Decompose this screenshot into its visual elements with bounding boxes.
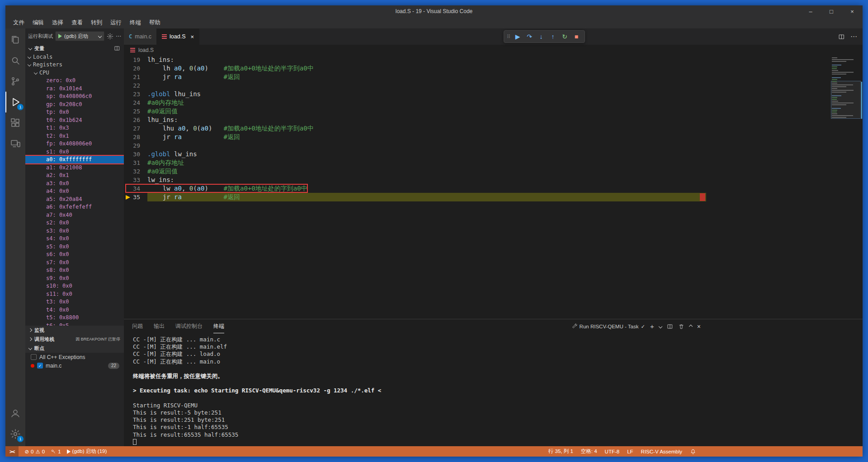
continue-button[interactable]: ▶ [512,31,523,42]
new-terminal-button[interactable]: + [650,322,654,330]
gear-icon[interactable] [107,33,113,40]
stop-button[interactable]: ■ [571,31,582,42]
register-s6[interactable]: s6: 0x0 [25,251,124,259]
menu-item[interactable]: 运行 [106,19,126,27]
register-t5[interactable]: t5: 0x8800 [25,314,124,322]
register-s4[interactable]: s4: 0x0 [25,235,124,243]
tab-main-c[interactable]: Cmain.c [124,28,157,45]
register-s7[interactable]: s7: 0x0 [25,258,124,266]
breadcrumb[interactable]: load.S [124,45,863,56]
launch-config-select[interactable]: (gdb) 启动 [55,31,104,41]
tree-item[interactable]: CPU [25,69,124,77]
debug-session-indicator[interactable]: (gdb) 启动 (19) [67,448,107,455]
maximize-panel-icon[interactable] [689,324,693,328]
register-t3[interactable]: t3: 0x0 [25,298,124,306]
drag-handle-icon[interactable]: ⠿ [507,34,510,40]
status-item[interactable]: UTF-8 [605,449,620,454]
register-sp[interactable]: sp: 0x408006c0 [25,93,124,101]
more-actions-icon[interactable]: ⋯ [116,33,121,39]
status-item[interactable]: RISC-V Assembly [641,449,682,454]
register-t4[interactable]: t4: 0x0 [25,306,124,314]
status-item[interactable]: 行 35, 列 1 [548,448,573,455]
minimap[interactable] [832,57,860,119]
close-icon[interactable]: × [191,33,194,40]
maximize-button[interactable]: □ [821,5,842,17]
remote-button[interactable] [5,133,25,154]
register-s3[interactable]: s3: 0x0 [25,227,124,235]
callstack-section-header[interactable]: 调用堆栈 因 BREAKPOINT 已暂停 [25,335,124,344]
close-button[interactable]: × [842,5,863,17]
register-ra[interactable]: ra: 0x101e4 [25,84,124,93]
step-into-button[interactable]: ↓ [536,31,547,42]
files-button[interactable] [5,29,25,50]
register-s1[interactable]: s1: 0x0 [25,148,124,156]
register-t2[interactable]: t2: 0x1 [25,132,124,140]
register-a3[interactable]: a3: 0x0 [25,179,124,187]
start-debug-icon[interactable] [58,34,62,38]
panel-tab[interactable]: 调试控制台 [175,319,203,333]
menu-item[interactable]: 选择 [48,19,67,27]
register-a4[interactable]: a4: 0x0 [25,187,124,196]
bell-icon[interactable] [690,448,696,455]
ports-indicator[interactable]: 1 [51,449,61,454]
tree-item[interactable]: Registers [25,61,124,69]
register-s8[interactable]: s8: 0x0 [25,266,124,275]
menu-item[interactable]: 帮助 [145,19,165,27]
breakpoint-item[interactable]: ✓main.c22 [25,361,124,370]
tab-load-S[interactable]: load.S× [157,28,199,45]
register-s5[interactable]: s5: 0x0 [25,243,124,251]
register-a0[interactable]: a0: 0xffffffff [25,156,124,164]
register-a6[interactable]: a6: 0xfefefeff [25,203,124,211]
menu-item[interactable]: 编辑 [28,19,48,27]
split-terminal-icon[interactable] [667,323,673,330]
step-out-button[interactable]: ↑ [547,31,558,42]
register-s9[interactable]: s9: 0x0 [25,274,124,282]
register-gp[interactable]: gp: 0x208c0 [25,100,124,108]
minimize-button[interactable]: – [800,5,821,17]
watch-section-header[interactable]: 监视 [25,326,124,335]
register-s2[interactable]: s2: 0x0 [25,219,124,227]
tree-item[interactable]: Locals [25,53,124,61]
kill-terminal-icon[interactable] [678,323,684,330]
panel-tab[interactable]: 问题 [132,319,143,333]
gear-button[interactable]: 1 [5,424,25,444]
status-item[interactable]: 空格: 4 [581,448,597,455]
breakpoints-section-header[interactable]: 断点 [25,344,124,353]
panel-tab[interactable]: 输出 [154,319,165,333]
extensions-button[interactable] [5,112,25,133]
menu-item[interactable]: 文件 [9,19,28,27]
more-actions-icon[interactable]: ⋯ [850,33,857,41]
register-a5[interactable]: a5: 0x20a84 [25,195,124,203]
source-control-button[interactable] [5,71,25,92]
status-item[interactable]: LF [627,449,633,454]
split-editor-icon[interactable] [838,33,845,40]
debug-button[interactable]: 1 [5,92,25,112]
account-button[interactable] [5,403,25,424]
register-tp[interactable]: tp: 0x0 [25,108,124,117]
close-panel-icon[interactable]: × [697,323,701,330]
chevron-down-icon[interactable] [659,324,662,328]
restart-button[interactable]: ↻ [559,31,570,42]
menu-item[interactable]: 查看 [67,19,87,27]
menu-item[interactable]: 终端 [126,19,145,27]
code-editor[interactable]: 19lh_ins:20 lh a0, 0(a0) #加载a0+0地址处的半字到a… [124,56,863,319]
register-a7[interactable]: a7: 0x40 [25,211,124,219]
register-t1[interactable]: t1: 0x3 [25,124,124,132]
register-s10[interactable]: s10: 0x0 [25,282,124,290]
step-over-button[interactable]: ↷ [524,31,535,42]
register-fp[interactable]: fp: 0x408006e0 [25,140,124,148]
variables-section-header[interactable]: 变量 [25,44,124,53]
register-t6[interactable]: t6: 0x5 [25,322,124,326]
breakpoint-checkbox[interactable]: ✓ [37,363,43,369]
menu-item[interactable]: 转到 [87,19,106,27]
problems-indicator[interactable]: ⊘0 ⚠0 [24,448,45,455]
breakpoint-checkbox[interactable] [31,354,37,360]
remote-indicator[interactable]: >< [5,446,19,457]
register-a1[interactable]: a1: 0x21008 [25,163,124,172]
register-t0[interactable]: t0: 0x1b624 [25,116,124,124]
search-button[interactable] [5,50,25,71]
register-s11[interactable]: s11: 0x0 [25,290,124,298]
register-a2[interactable]: a2: 0x1 [25,172,124,180]
panes-icon[interactable] [114,45,120,51]
register-zero[interactable]: zero: 0x0 [25,77,124,85]
